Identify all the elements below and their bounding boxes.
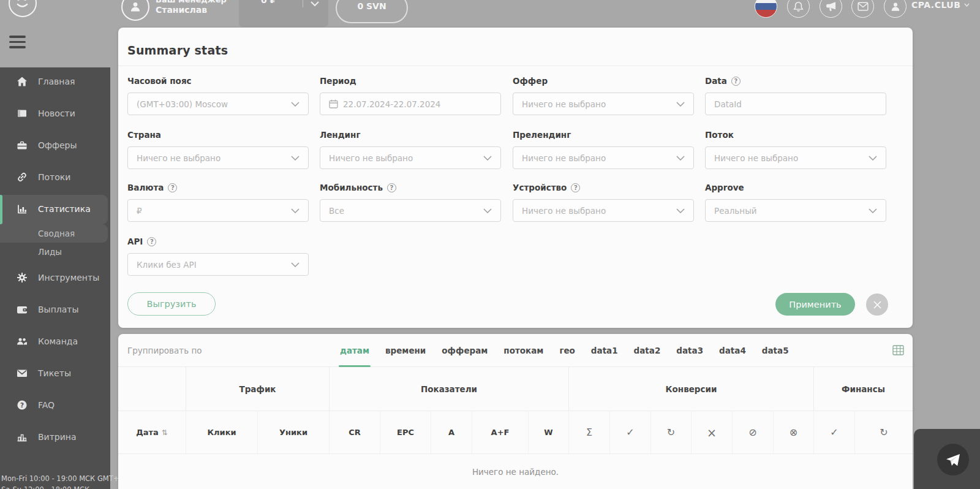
group-header-empty [118,367,186,411]
tab-dates[interactable]: датам [340,334,369,367]
filter-label: Data [705,76,727,86]
export-button[interactable]: Выгрузить [127,292,216,316]
sidebar-item-label: Статистика [38,204,91,214]
app-root: Ваш менеджер Станислав 0 ₽ 0 SVN CPA.CLU… [0,0,980,489]
notifications-bell-icon[interactable] [787,0,810,18]
caret-down-icon [964,3,970,7]
column-settings-grid-icon[interactable] [892,345,904,358]
hamburger-menu-icon[interactable] [9,36,26,51]
filter-landing: Лендинг Ничего не выбрано [320,129,501,140]
tab-time[interactable]: времени [385,334,426,367]
offer-select[interactable]: Ничего не выбрано [513,93,694,115]
apply-button[interactable]: Применить [775,293,855,316]
sidebar-subitem-leads[interactable]: Лиды [0,245,110,259]
column-header-epc[interactable]: EPC [380,411,431,453]
calendar-icon [329,99,338,108]
column-header-hold-refresh-icon[interactable]: ↻ [854,411,913,453]
account-user-icon[interactable] [884,0,907,18]
grouping-tabs-row: Группировать по датам времени офферам по… [118,334,913,367]
column-header-date[interactable]: Дата ⇅ [118,411,186,453]
sidebar-item-label: Новости [38,108,75,118]
sidebar-item-offers[interactable]: Офферы [0,138,110,152]
column-header-rejected-x-icon[interactable]: × [691,411,732,453]
tab-data1[interactable]: data1 [591,334,618,367]
period-date-input[interactable]: 22.07.2024-22.07.2024 [320,93,501,115]
sidebar-subitem-summary[interactable]: Сводная [0,227,110,240]
api-select[interactable]: Клики без API [127,253,309,276]
sidebar-item-tickets[interactable]: Тикеты [0,366,110,380]
tab-streams[interactable]: потокам [503,334,543,367]
telegram-plane-icon [946,453,960,466]
chevron-down-icon [483,208,492,213]
sidebar-item-news[interactable]: Новости [0,107,110,120]
help-icon[interactable]: ? [168,183,177,192]
column-header-a-plus-f[interactable]: A+F [472,411,528,453]
landing-select[interactable]: Ничего не выбрано [320,146,501,169]
sidebar-item-statistics[interactable]: Статистика [0,202,110,216]
tab-data5[interactable]: data5 [762,334,789,367]
column-header-trash-slash-icon[interactable]: ⊘ [732,411,773,453]
group-header-traffic: Трафик [186,367,329,411]
sidebar-item-showcase[interactable]: Витрина [0,430,110,444]
help-icon[interactable]: ? [387,183,396,192]
sidebar-subitem-label: Лиды [38,247,62,257]
chat-widget-corner [914,429,980,489]
stream-select[interactable]: Ничего не выбрано [705,146,886,169]
sidebar-item-home[interactable]: Главная [0,75,110,88]
brand-menu[interactable]: CPA.CLUB [911,0,970,10]
column-header-pending-refresh-icon[interactable]: ↻ [650,411,691,453]
column-header-sum-icon[interactable]: Σ [568,411,609,453]
currency-select[interactable]: ₽ [127,199,309,222]
group-header-finances: Финансы [813,367,913,411]
announcements-megaphone-icon[interactable] [820,0,842,18]
telegram-button[interactable] [937,444,969,476]
column-header-a[interactable]: A [431,411,472,453]
tab-data4[interactable]: data4 [719,334,746,367]
balance-divider [303,0,303,7]
balance-selector[interactable]: 0 ₽ [239,0,328,27]
table-column-header-row: Дата ⇅ Клики Уники CR EPC A A+F W Σ ✓ ↻ … [118,411,913,454]
column-header-paid-check-icon[interactable]: ✓ [813,411,854,453]
chevron-down-icon [291,208,300,213]
column-header-duplicate-circle-x-icon[interactable]: ⊗ [773,411,813,453]
tab-data3[interactable]: data3 [676,334,703,367]
tab-data2[interactable]: data2 [634,334,661,367]
column-header-cr[interactable]: CR [329,411,380,453]
column-header-clicks[interactable]: Клики [186,411,257,453]
prelanding-select[interactable]: Ничего не выбрано [513,146,694,169]
chevron-down-icon[interactable] [310,0,320,9]
column-header-approved-check-icon[interactable]: ✓ [609,411,650,453]
tab-offers[interactable]: офферам [442,334,488,367]
help-icon[interactable]: ? [731,77,741,86]
messages-mail-icon[interactable] [851,0,874,18]
sidebar-item-label: Выплаты [38,305,79,314]
chevron-down-icon [869,156,877,161]
device-select[interactable]: Ничего не выбрано [513,199,694,222]
columns-chart-icon [16,431,28,443]
chevron-down-icon [676,102,685,107]
help-icon[interactable]: ? [571,183,580,192]
sort-icon[interactable]: ⇅ [162,428,168,437]
tab-geo[interactable]: гео [559,334,575,367]
mobility-select[interactable]: Все [320,199,501,222]
manager-avatar [121,0,149,21]
news-icon [16,108,28,119]
envelope-icon [16,368,28,379]
brand-logo-icon[interactable] [9,0,37,17]
sidebar-item-streams[interactable]: Потоки [0,170,110,184]
column-header-w[interactable]: W [528,411,568,453]
sidebar-item-team[interactable]: Команда [0,335,110,348]
sidebar-item-tools[interactable]: Инструменты [0,271,110,284]
dataid-input[interactable] [705,93,886,115]
approve-select[interactable]: Реальный [705,199,886,222]
timezone-select[interactable]: (GMT+03:00) Moscow [127,93,309,115]
language-flag-icon[interactable] [755,0,777,18]
close-filters-button[interactable] [866,294,888,316]
svn-balance-button[interactable]: 0 SVN [336,0,408,23]
sidebar-item-faq[interactable]: ? FAQ [0,398,110,412]
sidebar-item-payouts[interactable]: Выплаты [0,303,110,316]
chevron-down-icon [291,262,300,267]
help-icon[interactable]: ? [147,237,156,246]
country-select[interactable]: Ничего не выбрано [127,146,309,169]
column-header-uniques[interactable]: Уники [257,411,329,453]
